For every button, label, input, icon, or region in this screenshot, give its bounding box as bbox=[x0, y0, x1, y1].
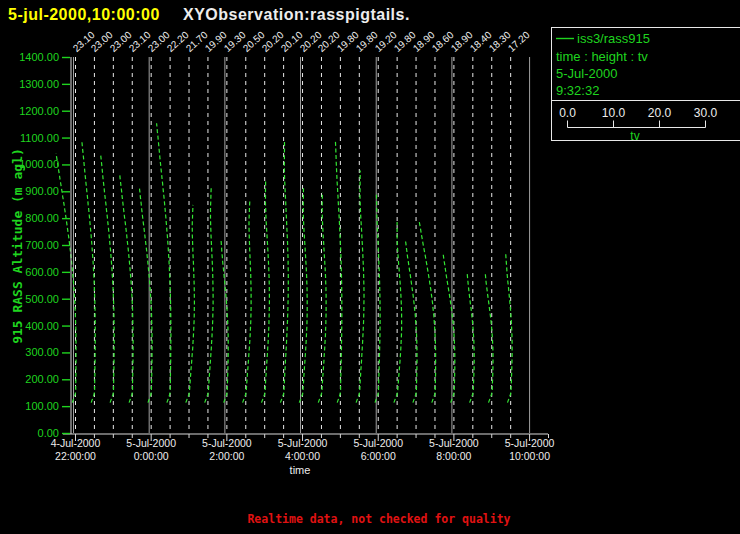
pigtail-profile bbox=[82, 141, 95, 403]
pigtail-profile bbox=[243, 201, 252, 403]
y-tick-label: 300.00 bbox=[7, 346, 59, 358]
x-tick-time-label: 2:00:00 bbox=[209, 450, 244, 462]
x-tick-date-label: 5-Jul-2000 bbox=[278, 437, 328, 449]
y-tick-label: 600.00 bbox=[7, 266, 59, 278]
unused bbox=[568, 121, 706, 128]
x-tick-date-label: 5-Jul-2000 bbox=[505, 437, 555, 449]
pigtail-profile bbox=[139, 188, 152, 403]
xyobservation-window: 5-jul-2000,10:00:00 XYObservation:rasspi… bbox=[0, 0, 740, 534]
y-tick-label: 1400.00 bbox=[7, 51, 59, 63]
pigtail-profile bbox=[443, 252, 455, 402]
y-tick-label: 900.00 bbox=[7, 185, 59, 197]
x-tick-time-label: 22:00:00 bbox=[55, 450, 96, 462]
pigtail-profile bbox=[356, 171, 364, 403]
pigtail-profile bbox=[405, 239, 417, 402]
pigtail-profile bbox=[318, 192, 326, 403]
y-tick-label: 1300.00 bbox=[7, 78, 59, 90]
y-tick-label: 200.00 bbox=[7, 373, 59, 385]
pigtail-profile bbox=[101, 153, 115, 402]
y-tick-label: 1000.00 bbox=[7, 158, 59, 170]
x-tick-time-label: 6:00:00 bbox=[361, 450, 396, 462]
tv-scale-label: tv bbox=[630, 129, 639, 143]
pigtail-profile bbox=[186, 205, 195, 403]
tv-scale-number: 0.0 bbox=[559, 106, 576, 120]
pigtail-profile bbox=[205, 188, 213, 403]
pigtail-profile bbox=[157, 123, 171, 402]
title-timestamp: 5-jul-2000,10:00:00 bbox=[8, 6, 160, 24]
y-tick-label: 100.00 bbox=[7, 400, 59, 412]
legend-fields-label: time : height : tv bbox=[556, 49, 648, 64]
pigtail-profile bbox=[394, 222, 402, 403]
pigtail-profile bbox=[419, 222, 435, 403]
x-tick-time-label: 10:00:00 bbox=[509, 450, 550, 462]
x-tick-time-label: 4:00:00 bbox=[285, 450, 320, 462]
x-tick-date-label: 5-Jul-2000 bbox=[429, 437, 479, 449]
pigtail-profile bbox=[262, 179, 270, 402]
quality-warning: Realtime data, not checked for quality bbox=[247, 512, 510, 526]
tv-scale-number: 20.0 bbox=[648, 106, 671, 120]
pigtail-profile bbox=[120, 175, 133, 403]
x-tick-time-label: 8:00:00 bbox=[436, 450, 471, 462]
tv-scale-number: 10.0 bbox=[602, 106, 625, 120]
y-tick-label: 400.00 bbox=[7, 320, 59, 332]
pigtail-profile bbox=[280, 141, 288, 403]
legend-date: 5-Jul-2000 bbox=[556, 66, 617, 81]
tv-scale-number: 30.0 bbox=[694, 106, 717, 120]
legend-series-label: iss3/rass915 bbox=[577, 31, 650, 46]
x-tick-time-label: 0:00:00 bbox=[134, 450, 169, 462]
y-tick-label: 1200.00 bbox=[7, 105, 59, 117]
y-tick-label: 1100.00 bbox=[7, 132, 59, 144]
legend-time: 9:32:32 bbox=[556, 83, 599, 98]
y-tick-label: 700.00 bbox=[7, 239, 59, 251]
x-tick-date-label: 5-Jul-2000 bbox=[126, 437, 176, 449]
x-tick-date-label: 5-Jul-2000 bbox=[202, 437, 252, 449]
x-axis-title: time bbox=[290, 464, 311, 476]
y-tick-label: 800.00 bbox=[7, 212, 59, 224]
y-tick-label: 500.00 bbox=[7, 293, 59, 305]
window-title: XYObservation:rasspigtails. bbox=[183, 6, 410, 24]
x-tick-date-label: 4-Jul-2000 bbox=[51, 437, 101, 449]
x-tick-date-label: 5-Jul-2000 bbox=[353, 437, 403, 449]
